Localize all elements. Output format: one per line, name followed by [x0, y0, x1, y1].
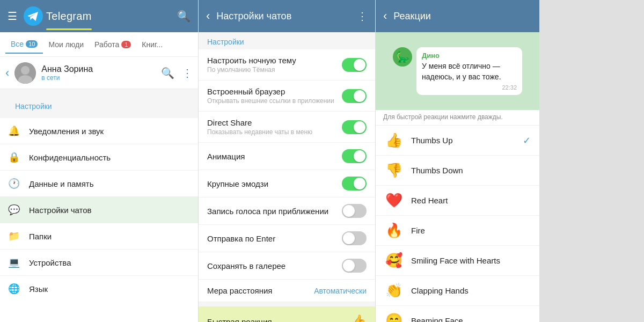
toggle-voice-record[interactable] — [342, 204, 367, 218]
tab-work-badge: 1 — [121, 41, 131, 48]
row-save-gallery-label: Сохранять в галерее — [207, 261, 286, 270]
row-save-gallery[interactable]: Сохранять в галерее — [199, 252, 375, 280]
toggle-large-emoji[interactable] — [342, 177, 367, 191]
row-send-enter-label: Отправка по Enter — [207, 234, 275, 243]
settings-section-title: Настройки — [8, 98, 191, 114]
message-text: У меня всё отлично —надеюсь, и у вас тож… — [422, 61, 517, 82]
smiling-hearts-emoji: 🥰 — [384, 252, 404, 269]
back-button-2[interactable]: ‹ — [206, 9, 210, 23]
reactions-list: 👍 Thumbs Up ✓ 👎 Thumbs Down ❤️ Red Heart… — [376, 126, 539, 322]
globe-icon: 🌐 — [8, 282, 20, 295]
toggle-save-gallery[interactable] — [342, 259, 367, 273]
sidebar-item-language[interactable]: 🌐 Язык — [0, 276, 198, 302]
search-icon[interactable]: 🔍 — [177, 10, 191, 23]
reaction-clapping[interactable]: 👏 Clapping Hands — [376, 276, 539, 306]
row-direct-share[interactable]: Direct Share Показывать недавние чаты в … — [199, 112, 375, 143]
sidebar-item-chat-settings[interactable]: 💬 Настройки чатов — [0, 197, 198, 223]
row-browser-label: Встроенный браузер — [207, 87, 334, 96]
bell-icon: 🔔 — [8, 125, 20, 137]
row-quick-reaction-emoji: 👍 — [350, 314, 367, 322]
clapping-label: Clapping Hands — [411, 286, 531, 295]
telegram-logo: Telegram — [24, 6, 171, 26]
reaction-smiling-hearts[interactable]: 🥰 Smiling Face with Hearts — [376, 246, 539, 276]
settings-link[interactable]: Настройки — [199, 32, 375, 49]
more-options-button[interactable]: ⋮ — [357, 10, 368, 23]
reaction-red-heart[interactable]: ❤️ Red Heart — [376, 186, 539, 216]
sidebar-item-chat-settings-label: Настройки чатов — [29, 206, 92, 215]
toggle-send-enter[interactable] — [342, 231, 367, 245]
sidebar-item-folders[interactable]: 📁 Папки — [0, 223, 198, 250]
reactions-title: Реакции — [393, 11, 532, 22]
row-quick-reaction[interactable]: Быстрая реакция 👍 — [199, 306, 375, 322]
back-button[interactable]: ‹ — [5, 66, 9, 80]
svg-point-2 — [21, 66, 30, 75]
reaction-thumbs-down[interactable]: 👎 Thumbs Down — [376, 156, 539, 186]
chat-name-title: Анна Зорина — [41, 64, 156, 74]
chat-icon: 💬 — [8, 203, 20, 216]
reaction-fire[interactable]: 🔥 Fire — [376, 216, 539, 246]
hamburger-icon[interactable]: ☰ — [8, 10, 17, 23]
toggle-night-theme[interactable] — [342, 58, 367, 72]
thumbs-up-label: Thumbs Up — [411, 136, 515, 145]
reactions-header: ‹ Реакции — [376, 0, 539, 32]
row-animation[interactable]: Анимация — [199, 143, 375, 170]
reaction-beaming[interactable]: 😁 Beaming Face — [376, 306, 539, 322]
row-large-emoji-label: Крупные эмодзи — [207, 179, 268, 188]
sidebar-item-data-label: Данные и память — [29, 179, 94, 188]
row-voice-record[interactable]: Запись голоса при приближении — [199, 197, 375, 225]
reaction-thumbs-up[interactable]: 👍 Thumbs Up ✓ — [376, 126, 539, 156]
sidebar-item-language-label: Язык — [29, 284, 48, 294]
chat-settings-header: ‹ Настройки чатов ⋮ — [199, 0, 375, 32]
chat-settings-title: Настройки чатов — [216, 11, 350, 22]
folder-icon: 📁 — [8, 230, 20, 243]
sidebar-item-privacy[interactable]: 🔒 Конфиденциальность — [0, 144, 198, 171]
chat-header-icons: 🔍 ⋮ — [161, 67, 193, 79]
settings-list: 🔔 Уведомления и звук 🔒 Конфиденциальност… — [0, 118, 198, 322]
tab-my-people[interactable]: Мои люди — [43, 36, 89, 53]
message-time: 22:32 — [422, 84, 517, 91]
device-icon: 💻 — [8, 256, 20, 269]
row-distance[interactable]: Мера расстояния Автоматически — [199, 280, 375, 302]
row-night-theme[interactable]: Настроить ночную тему По умолчанию Тёмна… — [199, 49, 375, 80]
sidebar-item-devices[interactable]: 💻 Устройства — [0, 250, 198, 276]
clapping-emoji: 👏 — [384, 282, 404, 299]
more-options-icon[interactable]: ⋮ — [182, 67, 193, 79]
message-preview: 🦕 Дино У меня всё отлично —надеюсь, и у … — [387, 43, 528, 99]
sidebar-item-notifications[interactable]: 🔔 Уведомления и звук — [0, 118, 198, 144]
beaming-label: Beaming Face — [411, 316, 531, 322]
tab-books[interactable]: Книг... — [136, 36, 168, 53]
sidebar-header: ☰ Telegram 🔍 — [0, 0, 198, 32]
avatar — [14, 62, 36, 84]
telegram-bird-icon — [24, 6, 43, 26]
row-night-theme-left: Настроить ночную тему По умолчанию Тёмна… — [207, 56, 296, 74]
message-avatar: 🦕 — [393, 47, 412, 67]
sidebar-item-privacy-label: Конфиденциальность — [29, 153, 111, 162]
sidebar-item-folders-label: Папки — [29, 232, 52, 241]
row-direct-share-label: Direct Share — [207, 118, 312, 127]
row-direct-share-sub: Показывать недавние чаты в меню — [207, 128, 312, 136]
panel-reactions: ‹ Реакции 🦕 Дино У меня всё отлично —над… — [376, 0, 539, 322]
row-large-emoji[interactable]: Крупные эмодзи — [199, 170, 375, 197]
row-quick-reaction-label: Быстрая реакция — [207, 317, 272, 323]
fire-emoji: 🔥 — [384, 222, 404, 239]
tab-work-label: Работа — [94, 40, 119, 49]
red-heart-emoji: ❤️ — [384, 192, 404, 209]
toggle-browser[interactable] — [342, 89, 367, 103]
row-send-enter[interactable]: Отправка по Enter — [199, 225, 375, 252]
row-animation-label: Анимация — [207, 152, 245, 161]
tab-all[interactable]: Все 10 — [5, 35, 43, 54]
toggle-animation[interactable] — [342, 149, 367, 163]
row-direct-share-left: Direct Share Показывать недавние чаты в … — [207, 118, 312, 136]
sidebar-item-data[interactable]: 🕐 Данные и память — [0, 171, 198, 197]
tab-work[interactable]: Работа 1 — [89, 36, 136, 53]
back-button-3[interactable]: ‹ — [383, 9, 387, 23]
search-chat-icon[interactable]: 🔍 — [161, 67, 174, 79]
row-distance-value: Автоматически — [314, 287, 367, 295]
toggle-direct-share[interactable] — [342, 120, 367, 134]
row-browser[interactable]: Встроенный браузер Открывать внешние ссы… — [199, 80, 375, 112]
chat-header: ‹ Анна Зорина в сети 🔍 ⋮ — [0, 57, 198, 89]
thumbs-up-check: ✓ — [523, 135, 531, 147]
panel-chat-settings: ‹ Настройки чатов ⋮ Настройки Настроить … — [199, 0, 376, 322]
red-heart-label: Red Heart — [411, 196, 531, 205]
row-night-theme-label: Настроить ночную тему — [207, 56, 296, 65]
